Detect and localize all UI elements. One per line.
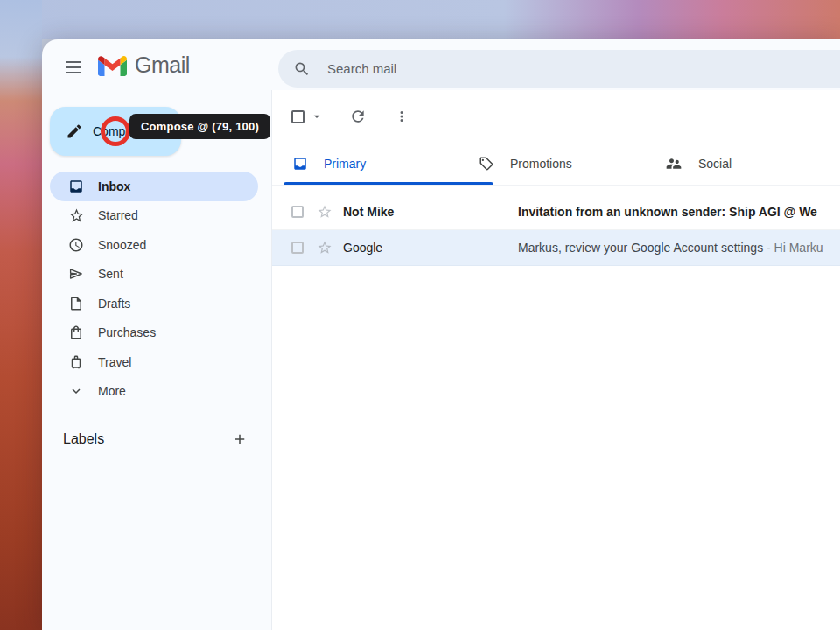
sidebar-nav: Inbox Starred Snoozed Sent Drafts xyxy=(50,172,269,406)
sidebar-item-label: Purchases xyxy=(98,326,156,340)
tag-icon xyxy=(479,156,494,172)
send-icon xyxy=(67,265,85,283)
email-row[interactable]: Google Markus, review your Google Accoun… xyxy=(272,230,840,266)
add-label-button[interactable] xyxy=(229,429,250,450)
hamburger-menu-icon[interactable] xyxy=(66,61,81,74)
tab-promotions[interactable]: Promotions xyxy=(467,143,654,185)
sidebar-item-purchases[interactable]: Purchases xyxy=(50,318,258,348)
gmail-logo[interactable]: Gmail xyxy=(98,52,190,78)
sidebar-item-label: Drafts xyxy=(98,297,130,311)
chevron-down-icon xyxy=(67,382,85,400)
email-list: Not Mike Invitation from an unknown send… xyxy=(272,194,840,266)
people-icon xyxy=(665,155,682,172)
sidebar-item-label: Sent xyxy=(98,267,123,281)
tab-label: Social xyxy=(698,157,732,171)
sidebar-item-inbox[interactable]: Inbox xyxy=(50,172,258,201)
select-all-checkbox[interactable] xyxy=(291,110,304,123)
sidebar-item-label: More xyxy=(98,384,126,398)
refresh-icon[interactable] xyxy=(348,107,368,126)
sidebar-item-drafts[interactable]: Drafts xyxy=(50,289,258,318)
sidebar-item-label: Travel xyxy=(98,355,131,369)
labels-header: Labels xyxy=(63,431,104,447)
sidebar-item-sent[interactable]: Sent xyxy=(50,260,258,290)
tab-social[interactable]: Social xyxy=(654,143,840,185)
sidebar-item-more[interactable]: More xyxy=(50,377,258,407)
star-icon xyxy=(67,206,85,224)
selected-tab-indicator xyxy=(284,182,494,185)
sidebar-item-snoozed[interactable]: Snoozed xyxy=(50,230,258,260)
pencil-icon xyxy=(66,122,83,140)
gmail-m-icon xyxy=(98,54,127,76)
gmail-wordmark: Gmail xyxy=(135,52,190,78)
shopping-bag-icon xyxy=(67,324,85,341)
wallpaper-top-strip xyxy=(0,0,840,39)
email-row[interactable]: Not Mike Invitation from an unknown send… xyxy=(272,194,840,230)
sidebar-item-label: Starred xyxy=(98,208,138,222)
row-checkbox[interactable] xyxy=(291,206,304,218)
draft-file-icon xyxy=(67,295,85,312)
clock-icon xyxy=(67,236,85,254)
inbox-tab-icon xyxy=(292,156,308,172)
sidebar-item-label: Snoozed xyxy=(98,238,146,252)
email-subject: Invitation from an unknown sender: Ship … xyxy=(518,205,840,219)
search-input[interactable] xyxy=(326,60,840,77)
labels-section: Labels xyxy=(63,424,250,454)
click-annotation-circle xyxy=(101,116,130,146)
category-tabs: Primary Promotions Social xyxy=(272,143,840,186)
more-options-kebab-icon[interactable] xyxy=(392,107,411,126)
sidebar-item-label: Inbox xyxy=(98,179,130,193)
email-subject: Markus, review your Google Account setti… xyxy=(518,241,840,255)
tab-primary[interactable]: Primary xyxy=(281,143,467,185)
tab-label: Primary xyxy=(324,157,366,171)
star-icon[interactable] xyxy=(317,204,332,220)
search-icon xyxy=(293,60,311,78)
email-sender: Not Mike xyxy=(343,205,518,219)
row-checkbox[interactable] xyxy=(291,242,304,254)
gmail-window: Gmail Compose Compose @ (79, 100) Inbox … xyxy=(42,39,840,630)
inbox-icon xyxy=(67,178,85,195)
search-bar[interactable] xyxy=(278,50,840,88)
luggage-icon xyxy=(67,354,85,371)
select-dropdown-caret-icon[interactable] xyxy=(310,109,324,123)
sidebar-item-travel[interactable]: Travel xyxy=(50,347,258,377)
mail-list-pane: Primary Promotions Social xyxy=(271,90,840,630)
tab-label: Promotions xyxy=(510,157,572,171)
sidebar-item-starred[interactable]: Starred xyxy=(50,201,258,231)
annotation-tooltip: Compose @ (79, 100) xyxy=(130,114,270,139)
email-sender: Google xyxy=(343,241,518,255)
list-toolbar xyxy=(272,90,840,143)
star-icon[interactable] xyxy=(317,240,332,256)
wallpaper-left-strip xyxy=(0,0,42,630)
